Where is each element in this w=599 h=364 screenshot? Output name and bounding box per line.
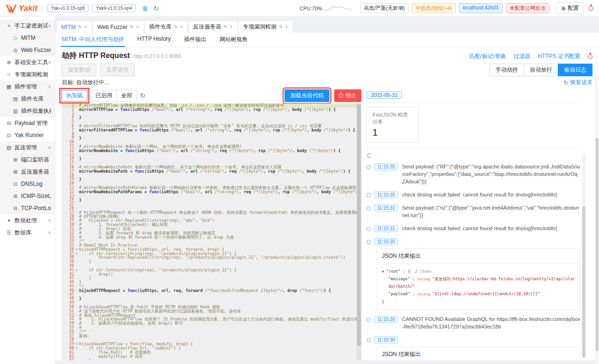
log-time-badge: 11:15:30 [374,336,398,343]
sidebar-sub-item[interactable]: ⊞ICMP-SizeLog [0,190,55,202]
code-editor[interactable]: 1# mirrorHTTPFlow 会镜像所有的流量到这里, 包括 .js / … [62,103,361,360]
tab-反连服务器[interactable]: 反连服务器✎× [188,21,238,33]
fold-chevron-icon[interactable]: ∨ [74,342,79,346]
chevron-up-icon: ∧ [48,84,51,89]
gutter-space [74,309,79,313]
refresh-icon[interactable]: ↻ [140,92,146,99]
subtab-插件输出[interactable]: 插件输出 [183,33,207,47]
load-current-code-button[interactable]: 加载当前代码 [285,89,329,102]
editor-scrollbar-thumb[interactable] [357,104,361,346]
version-badge[interactable]: Yakit-v1.0.15-sp4 [92,4,136,12]
stop-button-label: 停止 [345,92,357,100]
page-scrollbar-thumb[interactable] [596,138,599,351]
edit-tab-icon[interactable]: ✎ [130,24,133,29]
match-tag-replace-link[interactable]: 匹配/标记/替换 [469,52,506,60]
mode-button-自动放行[interactable]: 自动放行 [524,64,558,76]
sidebar-group-item[interactable]: ☰数据库∨ [0,226,55,239]
sidebar-group-item[interactable]: ▧反连管理∧ [0,141,55,153]
log-entry-head: 11:15:31Send payload: {"nz":{"@type":"ja… [366,204,580,219]
tab-MITM[interactable]: MITM✎× [56,21,92,33]
editor-scrollbar[interactable] [357,103,361,360]
close-tab-icon[interactable]: × [84,24,87,29]
power-icon[interactable] [589,6,593,11]
code-text: 案例: [79,334,89,338]
code-line: 25 [62,202,361,206]
mode-button-被动日志[interactable]: 被动日志 [558,64,592,76]
gutter-space [74,227,79,231]
dnslog-icon: ⊡ [12,181,19,187]
subtab-MITM: 中间人代理与劫持[interactable]: MITM: 中间人代理与劫持 [61,33,125,47]
sidebar-group-item[interactable]: ▦插件管理∧ [0,80,55,93]
sidebar-sub-item[interactable]: ◎Web Fuzzer [0,44,55,56]
gutter-space [74,293,79,297]
submit-data-button[interactable]: 提交数据 [62,64,96,76]
editor-tab-已启用[interactable]: 已启用 [91,90,117,102]
close-tab-icon[interactable]: × [285,24,288,29]
log-message: Send payload: {"RF":{"@type":"org.apache… [402,163,580,186]
subtab-HTTP History[interactable]: HTTP History [136,33,172,47]
edit-tab-icon[interactable]: ✎ [78,24,82,29]
mitm-action-row: 提交数据 丢弃请求 手动劫持自动放行被动日志 [62,64,592,76]
subtab-网站树视角[interactable]: 网站树视角 [219,33,248,47]
status-badge[interactable]: localhost:42601 [459,3,503,13]
sidebar-sub-item[interactable]: ◇MITM [0,32,55,44]
close-tab-icon[interactable]: × [180,24,183,29]
edit-tab-icon[interactable]: ✎ [279,24,283,29]
fold-chevron-icon[interactable]: ∨ [74,268,79,272]
tab-label: MITM [61,24,76,30]
power-icon [339,94,343,98]
recover-request-link[interactable]: ↻ 恢复请求 [563,79,592,87]
log-scrollbar-thumb[interactable] [582,206,585,357]
refresh-icon[interactable]: ↻ [153,5,159,12]
sidebar-sub-item[interactable]: ▤插件仓库 [0,93,55,105]
tab-Web Fuzzer[interactable]: Web Fuzzer✎× [92,21,144,33]
sidebar-group-item[interactable]: ⊕基础安全工具∨ [0,56,55,68]
sidebar-group-item[interactable]: ✦数据处理∨ [0,214,55,226]
page-scrollbar[interactable] [595,77,599,364]
sidebar-sub-item[interactable]: ⊞端口监听器 [0,153,55,166]
mode-button-手动劫持[interactable]: 手动劫持 [489,64,524,76]
editor-tab-热加载[interactable]: 热加载 [61,90,88,102]
close-tab-icon[interactable]: × [230,24,233,29]
sidebar-group-item[interactable]: ⌖手工渗透测试∧ [0,20,55,32]
gutter-space [74,280,79,284]
sidebar-group-item[interactable]: ⊡Yak Runner [0,129,55,141]
discard-request-button[interactable]: 丢弃请求 [100,64,135,76]
status-badge[interactable]: 未配置公网反连 [506,3,549,13]
divider [366,102,580,103]
json-result-card: JSON 结果输出▼ "root" : { 2 items"message" :… [377,347,580,360]
sidebar-sub-item[interactable]: ⊟TCP-PortLog [0,202,55,214]
sidebar-sub-item[interactable]: ▥插件批量执行 [0,105,55,117]
tab-专项漏洞检测[interactable]: 专项漏洞检测✎× [238,21,293,33]
fold-chevron-icon[interactable]: ∨ [74,252,79,256]
https-cert-link[interactable]: HTTPS 证书配置 [538,52,580,60]
log-entry: 11:15:31check dnslog result failed: cann… [366,225,580,233]
console-list-icon[interactable]: ≣ [142,5,148,12]
version-badge[interactable]: Yak-v1.0.15-sp9 [47,4,88,12]
sidebar-group-item[interactable]: ⊟Payload 管理 [0,117,55,129]
fold-chevron-icon[interactable]: ∨ [74,346,79,350]
sidebar-sub-item[interactable]: ⊡DNSLog [0,178,55,190]
code-line: 19} [62,177,361,182]
edit-tab-icon[interactable]: ✎ [224,24,227,29]
code-text: } [79,260,91,264]
log-scrollbar[interactable] [582,154,585,358]
sidebar-group: ⊟Payload 管理 [0,117,55,129]
status-badge[interactable]: 高危/严重(无新增) [360,3,409,13]
sidebar-sub-item[interactable]: ⊠反连服务器 [0,166,55,178]
collapse-toggle-icon[interactable]: ▼ [382,270,384,274]
editor-tab-全部[interactable]: 全部 [117,90,137,102]
gutter-space [74,260,79,264]
close-tab-icon[interactable]: × [136,24,139,29]
target-row: 目标: 自动放行中... ↻ 恢复请求 [62,79,592,87]
status-badge[interactable]: 中低危/指纹(+4) [412,3,456,13]
config-button[interactable]: ⊛ 配置 [556,2,584,14]
tab-插件仓库[interactable]: 插件仓库✎× [144,21,188,33]
edit-tab-icon[interactable]: ✎ [174,24,178,29]
mitm-stop-icon[interactable] [588,54,592,59]
sidebar-group-item[interactable]: ☆专项漏洞检测 [0,68,55,80]
filter-link[interactable]: 过滤器 [513,52,530,60]
fold-chevron-icon[interactable]: ∨ [74,248,79,252]
gutter-space [74,301,79,305]
stop-button[interactable]: 停止 [334,89,361,102]
